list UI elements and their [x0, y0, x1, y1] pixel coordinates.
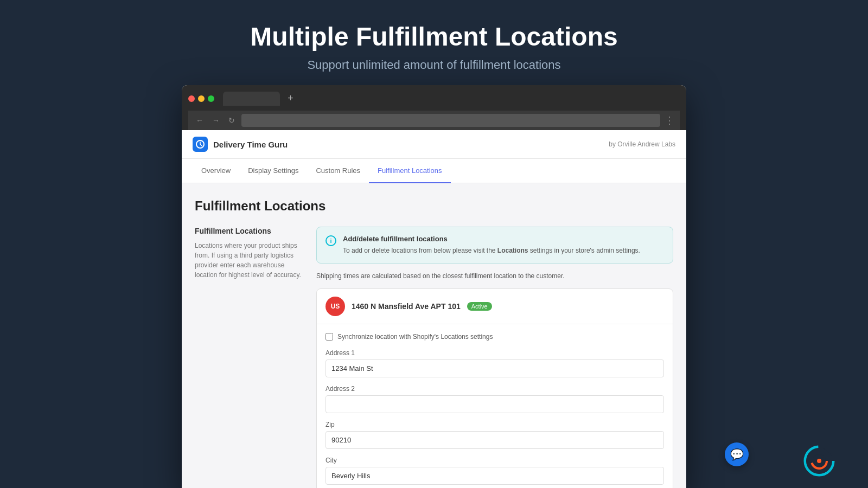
location-header: US 1460 N Mansfield Ave APT 101 Active	[317, 289, 673, 324]
left-column: Fulfillment Locations Locations where yo…	[195, 227, 303, 488]
logo-icon	[193, 137, 208, 152]
tab-bar: +	[223, 91, 298, 106]
left-heading: Fulfillment Locations	[195, 227, 303, 235]
info-banner: i Add/delete fulfillment locations To ad…	[316, 227, 673, 264]
city-group: City	[326, 457, 664, 485]
tab-display-settings[interactable]: Display Settings	[239, 159, 307, 183]
close-button[interactable]	[188, 95, 195, 102]
page-title: Fulfillment Locations	[195, 198, 673, 214]
tab-overview[interactable]: Overview	[193, 159, 239, 183]
info-text-link: Locations	[497, 247, 528, 254]
location-form: Synchronize location with Shopify's Loca…	[317, 324, 673, 488]
main-content: Fulfillment Locations Fulfillment Locati…	[182, 183, 686, 488]
active-badge: Active	[467, 302, 492, 311]
hero-title: Multiple Fulfillment Locations	[250, 22, 617, 52]
info-icon: i	[326, 235, 336, 246]
refresh-button[interactable]: ↻	[226, 115, 237, 126]
zip-label: Zip	[326, 421, 664, 428]
location-avatar: US	[326, 297, 345, 316]
address-bar[interactable]	[241, 114, 660, 127]
shipping-note: Shipping times are calculated based on t…	[316, 272, 673, 280]
minimize-button[interactable]	[198, 95, 205, 102]
address2-label: Address 2	[326, 385, 664, 393]
hero-section: Multiple Fulfillment Locations Support u…	[250, 0, 617, 85]
browser-window: + ← → ↻ ⋮ Delivery Time Guru by	[182, 85, 686, 488]
info-content: Add/delete fulfillment locations To add …	[343, 235, 640, 255]
address1-group: Address 1	[326, 349, 664, 377]
app-name: Delivery Time Guru	[213, 140, 288, 149]
chat-icon: 💬	[730, 448, 744, 461]
nav-tabs: Overview Display Settings Custom Rules F…	[182, 159, 686, 183]
right-column: i Add/delete fulfillment locations To ad…	[316, 227, 673, 488]
app-byline: by Orville Andrew Labs	[609, 140, 675, 148]
maximize-button[interactable]	[208, 95, 214, 102]
traffic-lights	[188, 95, 214, 102]
address1-input[interactable]	[326, 359, 664, 377]
chat-button[interactable]: 💬	[725, 442, 749, 466]
left-description: Locations where your product ships from.…	[195, 241, 303, 280]
more-options-button[interactable]: ⋮	[665, 114, 674, 126]
browser-toolbar: ← → ↻ ⋮	[188, 111, 680, 130]
sync-checkbox-row: Synchronize location with Shopify's Loca…	[326, 333, 664, 341]
info-text-after: settings in your store's admin settings.	[528, 247, 640, 254]
address2-input[interactable]	[326, 395, 664, 413]
address1-label: Address 1	[326, 349, 664, 357]
browser-chrome: + ← → ↻ ⋮	[182, 85, 686, 130]
back-button[interactable]: ←	[194, 115, 206, 126]
info-banner-text: To add or delete locations from below pl…	[343, 246, 640, 255]
forward-button[interactable]: →	[210, 115, 222, 126]
svg-point-4	[817, 459, 821, 463]
app-logo: Delivery Time Guru	[193, 137, 288, 152]
location-name: 1460 N Mansfield Ave APT 101	[352, 302, 461, 311]
tab-label	[232, 95, 271, 102]
browser-titlebar: +	[188, 91, 680, 106]
zip-input[interactable]	[326, 431, 664, 449]
app-content: Delivery Time Guru by Orville Andrew Lab…	[182, 130, 686, 488]
app-header: Delivery Time Guru by Orville Andrew Lab…	[182, 130, 686, 159]
hero-subtitle: Support unlimited amount of fulfillment …	[250, 58, 617, 72]
info-text-before: To add or delete locations from below pl…	[343, 247, 497, 254]
city-input[interactable]	[326, 467, 664, 485]
browser-tab[interactable]	[223, 92, 280, 106]
sync-checkbox[interactable]	[326, 333, 333, 341]
city-label: City	[326, 457, 664, 464]
address2-group: Address 2	[326, 385, 664, 413]
tab-fulfillment-locations[interactable]: Fulfillment Locations	[369, 159, 451, 183]
location-card: US 1460 N Mansfield Ave APT 101 Active S…	[316, 288, 673, 488]
new-tab-button[interactable]: +	[283, 91, 298, 106]
speedometer-icon	[803, 445, 835, 477]
sync-checkbox-label: Synchronize location with Shopify's Loca…	[337, 333, 493, 341]
zip-group: Zip	[326, 421, 664, 449]
tab-custom-rules[interactable]: Custom Rules	[307, 159, 369, 183]
info-banner-title: Add/delete fulfillment locations	[343, 235, 640, 243]
two-col-layout: Fulfillment Locations Locations where yo…	[195, 227, 673, 488]
